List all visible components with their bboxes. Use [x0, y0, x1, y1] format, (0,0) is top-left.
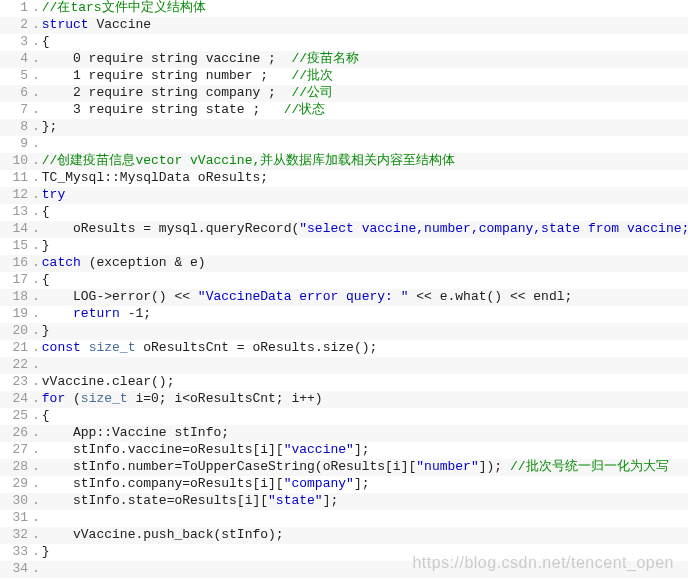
- code-line: 25.{: [0, 408, 688, 425]
- line-number: 15: [0, 238, 32, 255]
- token: for: [42, 391, 65, 406]
- token: {: [42, 408, 50, 423]
- token: "VaccineData error query: ": [198, 289, 409, 304]
- code-content: {: [42, 34, 50, 51]
- token: oResultsCnt = oResults.size();: [135, 340, 377, 355]
- token: ];: [354, 442, 370, 457]
- code-content: 3 require string state ; //状态: [42, 102, 325, 119]
- code-line: 15.}: [0, 238, 688, 255]
- line-dot: .: [32, 493, 42, 510]
- code-line: 22.: [0, 357, 688, 374]
- code-line: 11.TC_Mysql::MysqlData oResults;: [0, 170, 688, 187]
- code-line: 21.const size_t oResultsCnt = oResults.s…: [0, 340, 688, 357]
- line-dot: .: [32, 238, 42, 255]
- token: //创建疫苗信息vector vVaccine,并从数据库加载相关内容至结构体: [42, 153, 455, 168]
- line-dot: .: [32, 561, 42, 578]
- code-content: vVaccine.push_back(stInfo);: [42, 527, 284, 544]
- code-line: 6. 2 require string company ; //公司: [0, 85, 688, 102]
- token: 3 require string state ;: [42, 102, 284, 117]
- token: -1;: [120, 306, 151, 321]
- code-line: 12.try: [0, 187, 688, 204]
- line-dot: .: [32, 408, 42, 425]
- code-content: 0 require string vaccine ; //疫苗名称: [42, 51, 359, 68]
- token: [81, 340, 89, 355]
- token: }: [42, 238, 50, 253]
- line-dot: .: [32, 544, 42, 561]
- token: size_t: [81, 391, 128, 406]
- code-content: struct Vaccine: [42, 17, 151, 34]
- token: i=0; i<oResultsCnt; i++): [128, 391, 323, 406]
- code-content: return -1;: [42, 306, 151, 323]
- code-content: 2 require string company ; //公司: [42, 85, 333, 102]
- token: {: [42, 34, 50, 49]
- token: //公司: [291, 85, 333, 100]
- code-line: 3.{: [0, 34, 688, 51]
- token: 2 require string company ;: [42, 85, 292, 100]
- line-number: 18: [0, 289, 32, 306]
- line-dot: .: [32, 136, 42, 153]
- token: ]);: [479, 459, 510, 474]
- code-content: const size_t oResultsCnt = oResults.size…: [42, 340, 377, 357]
- line-number: 8: [0, 119, 32, 136]
- code-line: 30. stInfo.state=oResults[i]["state"];: [0, 493, 688, 510]
- code-content: catch (exception & e): [42, 255, 206, 272]
- code-line: 33.}: [0, 544, 688, 561]
- code-line: 16.catch (exception & e): [0, 255, 688, 272]
- token: {: [42, 272, 50, 287]
- token: oResults = mysql.queryRecord(: [42, 221, 299, 236]
- line-number: 21: [0, 340, 32, 357]
- line-dot: .: [32, 187, 42, 204]
- code-line: 14. oResults = mysql.queryRecord("select…: [0, 221, 688, 238]
- code-content: LOG->error() << "VaccineData error query…: [42, 289, 573, 306]
- line-dot: .: [32, 204, 42, 221]
- line-dot: .: [32, 221, 42, 238]
- code-content: {: [42, 408, 50, 425]
- code-content: 1 require string number ; //批次: [42, 68, 333, 85]
- token: try: [42, 187, 65, 202]
- line-number: 33: [0, 544, 32, 561]
- code-line: 28. stInfo.number=ToUpperCaseString(oRes…: [0, 459, 688, 476]
- token: vVaccine.clear();: [42, 374, 175, 389]
- line-number: 34: [0, 561, 32, 578]
- token: << e.what() << endl;: [408, 289, 572, 304]
- line-number: 31: [0, 510, 32, 527]
- token: (exception & e): [81, 255, 206, 270]
- line-number: 20: [0, 323, 32, 340]
- line-number: 10: [0, 153, 32, 170]
- line-number: 17: [0, 272, 32, 289]
- line-number: 5: [0, 68, 32, 85]
- token: Vaccine: [89, 17, 151, 32]
- line-dot: .: [32, 85, 42, 102]
- line-dot: .: [32, 272, 42, 289]
- code-line: 27. stInfo.vaccine=oResults[i]["vaccine"…: [0, 442, 688, 459]
- line-dot: .: [32, 153, 42, 170]
- token: return: [73, 306, 120, 321]
- code-line: 7. 3 require string state ; //状态: [0, 102, 688, 119]
- token: "state": [268, 493, 323, 508]
- code-line: 31.: [0, 510, 688, 527]
- token: (: [65, 391, 81, 406]
- code-line: 5. 1 require string number ; //批次: [0, 68, 688, 85]
- line-dot: .: [32, 442, 42, 459]
- line-number: 11: [0, 170, 32, 187]
- code-content: }: [42, 238, 50, 255]
- line-dot: .: [32, 459, 42, 476]
- code-line: 23.vVaccine.clear();: [0, 374, 688, 391]
- token: {: [42, 204, 50, 219]
- token: vVaccine.push_back(stInfo);: [42, 527, 284, 542]
- code-line: 13.{: [0, 204, 688, 221]
- token: "number": [416, 459, 478, 474]
- line-number: 22: [0, 357, 32, 374]
- code-line: 1.//在tars文件中定义结构体: [0, 0, 688, 17]
- token: //状态: [284, 102, 326, 117]
- token: const: [42, 340, 81, 355]
- token: struct: [42, 17, 89, 32]
- code-line: 24.for (size_t i=0; i<oResultsCnt; i++): [0, 391, 688, 408]
- line-number: 1: [0, 0, 32, 17]
- line-number: 6: [0, 85, 32, 102]
- token: }: [42, 544, 50, 559]
- token: ];: [323, 493, 339, 508]
- code-content: //在tars文件中定义结构体: [42, 0, 206, 17]
- token: size_t: [89, 340, 136, 355]
- line-number: 23: [0, 374, 32, 391]
